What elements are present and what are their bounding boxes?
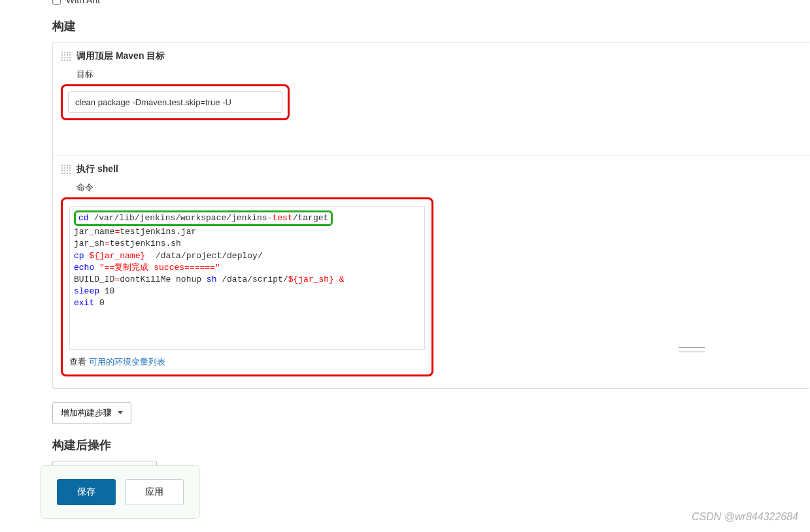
- build-section-title: 构建: [52, 18, 810, 34]
- action-bar: 保存 应用: [41, 465, 200, 483]
- post-build-section-title: 构建后操作: [52, 437, 810, 453]
- add-build-step-dropdown[interactable]: 增加构建步骤: [52, 402, 131, 424]
- save-button[interactable]: 保存: [57, 479, 116, 483]
- drag-handle-icon[interactable]: [61, 164, 71, 175]
- build-container: 调用顶层 Maven 目标 目标 执行 shell 命令 cd /var/lib…: [52, 42, 810, 389]
- apply-button[interactable]: 应用: [125, 479, 184, 483]
- maven-step-title: 调用顶层 Maven 目标: [76, 50, 165, 62]
- shell-step-header: 执行 shell: [61, 163, 802, 175]
- shell-command-label: 命令: [76, 182, 802, 193]
- shell-step-box: 执行 shell 命令 cd /var/lib/jenkins/workspac…: [53, 156, 810, 388]
- shell-command-highlight-box: cd /var/lib/jenkins/workspace/jenkins-te…: [61, 197, 433, 376]
- maven-step-box: 调用顶层 Maven 目标 目标: [53, 42, 810, 132]
- drag-handle-icon[interactable]: [61, 51, 71, 61]
- shell-command-textarea[interactable]: cd /var/lib/jenkins/workspace/jenkins-te…: [69, 206, 425, 350]
- env-vars-row: 查看 可用的环境变量列表: [69, 356, 425, 368]
- maven-goal-highlight-box: [61, 84, 290, 120]
- shell-step-title: 执行 shell: [76, 163, 118, 175]
- env-vars-link[interactable]: 可用的环境变量列表: [89, 357, 165, 367]
- with-ant-checkbox-row: With Ant: [52, 0, 810, 5]
- maven-goal-label: 目标: [76, 69, 802, 80]
- with-ant-label: With Ant: [66, 0, 100, 5]
- maven-step-header: 调用顶层 Maven 目标: [61, 50, 802, 62]
- step-separator: [53, 132, 810, 156]
- env-vars-prefix: 查看: [69, 357, 86, 367]
- maven-goal-input[interactable]: [68, 91, 282, 113]
- with-ant-checkbox[interactable]: [52, 0, 61, 5]
